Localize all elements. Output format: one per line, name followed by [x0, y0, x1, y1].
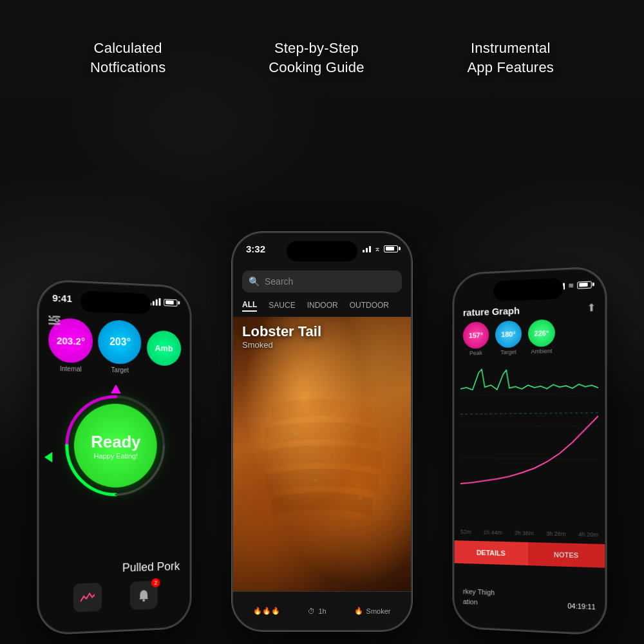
- battery-icon-right: [577, 281, 591, 289]
- fire-indicator: 🔥🔥🔥: [253, 607, 280, 615]
- clock-icon: ⏱: [308, 607, 315, 615]
- svg-point-9: [314, 478, 317, 482]
- temp-display-row: 203.2° Internal 203° Target Amb: [39, 317, 190, 375]
- tab-outdoor[interactable]: OUTDOOR: [350, 299, 389, 311]
- meat-detail-label: rkey Thigh: [463, 587, 495, 596]
- dynamic-island-right: [493, 278, 564, 301]
- temperature-graph: [460, 360, 598, 491]
- graph-svg: [460, 360, 598, 491]
- svg-point-7: [295, 432, 299, 435]
- ambient-temp-value: Amb: [155, 344, 173, 353]
- fire-icon: 🔥🔥🔥: [253, 607, 280, 615]
- timeline-1: 52m: [460, 529, 471, 535]
- internal-temp-value: 203.2°: [57, 335, 85, 346]
- top-arrow-indicator: [111, 384, 121, 393]
- target-temp-label: Target: [111, 366, 129, 374]
- dynamic-island-left: [80, 291, 151, 315]
- status-icons-center: ⌅: [363, 244, 398, 253]
- phone-center: 3:32 ⌅ 🔍 Search ALL SAUCE INDOOR: [232, 232, 412, 631]
- recipe-card[interactable]: Lobster Tail Smoked: [233, 317, 411, 591]
- search-icon: 🔍: [249, 276, 260, 287]
- timeline-labels: 52m 1h 44m 2h 36m 3h 28m 4h 20m: [460, 529, 598, 538]
- lobster-image: Lobster Tail Smoked: [233, 317, 411, 591]
- center-bottom-bar: 🔥🔥🔥 ⏱ 1h 🔥 Smoker: [233, 591, 411, 630]
- target-circle: 180°: [495, 320, 522, 348]
- ambient-indicator: 226° Ambient: [528, 319, 555, 355]
- timeline-2: 1h 44m: [484, 529, 502, 536]
- tab-all[interactable]: ALL: [242, 299, 257, 312]
- timeline-3: 2h 36m: [515, 530, 534, 537]
- ready-outer-ring: Ready Happy Eating!: [64, 393, 166, 498]
- left-arrow-indicator: [44, 452, 52, 462]
- svg-point-3: [50, 316, 53, 318]
- phone-right: ≋ rature Graph ⬆ 157° Peak 180°: [453, 267, 607, 635]
- svg-point-6: [142, 599, 145, 601]
- wifi-icon-right: ≋: [568, 281, 574, 290]
- phone-left: 9:41: [38, 279, 191, 635]
- label-cooking-guide: Step-by-Step Cooking Guide: [269, 39, 364, 77]
- lobster-detail-svg: [233, 317, 411, 591]
- peak-circle: 157°: [463, 321, 489, 349]
- recipe-subtitle: Smoked: [242, 340, 321, 350]
- target-temp-col: 203° Target: [99, 319, 142, 374]
- left-screen: 9:41: [39, 281, 190, 633]
- svg-point-13: [324, 412, 327, 415]
- recipe-title: Lobster Tail: [242, 323, 321, 340]
- graph-button[interactable]: [73, 583, 102, 612]
- time-left: 9:41: [52, 292, 72, 304]
- time-value: 1h: [318, 607, 326, 615]
- svg-point-8: [334, 456, 336, 459]
- timeline-5: 4h 20m: [578, 531, 598, 538]
- detail-content: rkey Thigh ation 04:19:11: [463, 587, 596, 613]
- signal-icon-center: [363, 245, 371, 252]
- settings-icon-left[interactable]: [48, 316, 60, 328]
- bottom-icons-row[interactable]: 2: [39, 580, 190, 614]
- timeline-4: 3h 28m: [546, 531, 565, 538]
- dynamic-island-center: [287, 241, 357, 261]
- peak-label: Peak: [469, 350, 482, 356]
- internal-temp-label: Internal: [60, 365, 82, 373]
- graph-header: rature Graph ⬆: [463, 301, 596, 319]
- peak-value: 157°: [469, 331, 483, 339]
- center-screen: 3:32 ⌅ 🔍 Search ALL SAUCE INDOOR: [233, 233, 411, 630]
- signal-icon-left: [149, 298, 160, 306]
- header-labels: Calculated Notfications Step-by-Step Coo…: [0, 39, 644, 77]
- duration-label: ation: [463, 598, 478, 606]
- search-input[interactable]: Search: [265, 276, 293, 287]
- ambient-label: Ambient: [531, 348, 552, 355]
- svg-rect-2: [48, 323, 60, 325]
- share-button[interactable]: ⬆: [587, 301, 596, 314]
- search-bar[interactable]: 🔍 Search: [242, 270, 402, 292]
- svg-point-4: [55, 319, 59, 322]
- temp-indicators-row: 157° Peak 180° Target 226° Ambient: [463, 317, 596, 356]
- label-notifications: Calculated Notfications: [90, 39, 166, 77]
- notes-tab[interactable]: NOTES: [528, 542, 605, 568]
- target-temp-circle: 203°: [99, 319, 142, 365]
- label-app-features: Instrumental App Features: [467, 39, 554, 77]
- recipe-title-overlay: Lobster Tail Smoked: [242, 323, 321, 350]
- target-value: 180°: [501, 330, 515, 339]
- right-screen: ≋ rature Graph ⬆ 157° Peak 180°: [454, 268, 605, 634]
- filter-tabs[interactable]: ALL SAUCE INDOOR OUTDOOR: [242, 299, 402, 312]
- svg-point-11: [283, 468, 285, 470]
- smoker-indicator: 🔥 Smoker: [354, 607, 391, 615]
- time-center: 3:32: [246, 243, 265, 254]
- target-temp-value: 203°: [109, 337, 131, 348]
- detail-tabs[interactable]: DETAILS NOTES: [454, 540, 605, 568]
- tab-indoor[interactable]: INDOOR: [307, 299, 338, 311]
- status-icons-left: [149, 298, 177, 307]
- battery-icon-center: [384, 245, 398, 252]
- ambient-temp-col: Amb: [147, 330, 181, 366]
- tab-sauce[interactable]: SAUCE: [269, 299, 295, 311]
- target-label: Target: [500, 349, 516, 356]
- details-tab[interactable]: DETAILS: [454, 540, 528, 565]
- duration-value: 04:19:11: [567, 601, 596, 611]
- target-indicator: 180° Target: [495, 320, 522, 355]
- notification-button[interactable]: 2: [130, 581, 158, 610]
- smoker-icon: 🔥: [354, 607, 363, 615]
- ambient-circle: 226°: [528, 319, 555, 347]
- meat-name-label: Pulled Pork: [39, 560, 190, 578]
- svg-line-14: [460, 393, 598, 395]
- svg-line-17: [460, 413, 598, 414]
- svg-line-15: [460, 426, 598, 426]
